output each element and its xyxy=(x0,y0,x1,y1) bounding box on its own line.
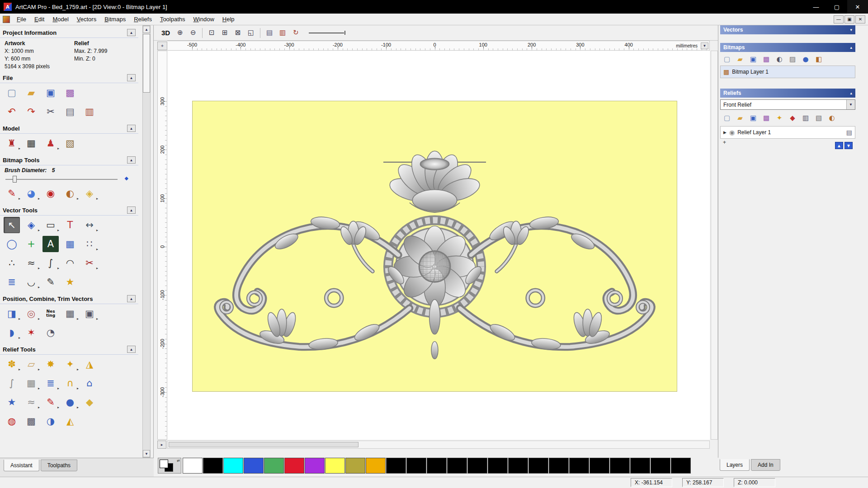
palette-swatch-3[interactable] xyxy=(244,458,264,474)
palette-swatch-24[interactable] xyxy=(671,458,691,474)
flyout-arrow-icon[interactable]: ▸ xyxy=(96,247,98,251)
paste-button[interactable]: ▥ xyxy=(81,103,98,120)
colour-reduce-button[interactable]: ● xyxy=(800,54,811,65)
dome-button[interactable]: ∩▸ xyxy=(62,375,78,391)
envelope-button[interactable]: ⌂ xyxy=(81,375,98,391)
flyout-arrow-icon[interactable]: ▸ xyxy=(38,285,40,289)
assistant-scrollbar[interactable]: ▲ ▼ xyxy=(142,25,151,458)
block-copy-button[interactable]: ▦▸ xyxy=(62,305,78,322)
open-relief-button[interactable]: ▰ xyxy=(734,113,746,123)
scrollbar-thumb[interactable] xyxy=(143,34,150,93)
palette-swatch-11[interactable] xyxy=(406,458,426,474)
node-editing-button[interactable]: ∴ xyxy=(4,255,20,271)
flyout-arrow-icon[interactable]: ▸ xyxy=(19,367,20,371)
new-relief-button[interactable]: ▢ xyxy=(721,113,733,123)
zoom-object-button[interactable]: ◱ xyxy=(245,28,257,38)
new-model-button[interactable]: ▢ xyxy=(4,84,20,101)
menu-edit[interactable]: Edit xyxy=(30,14,48,24)
bitmap-to-vector-button[interactable]: A xyxy=(42,236,59,252)
scroll-down-icon[interactable]: ▼ xyxy=(143,450,150,457)
horizontal-scrollbar[interactable] xyxy=(167,441,710,449)
vectors-header[interactable]: Vectors ▾ xyxy=(720,25,855,34)
move-layer-up-button[interactable]: ▲ xyxy=(835,142,843,149)
palette-swatch-15[interactable] xyxy=(488,458,508,474)
chevron-down-icon[interactable]: ▾ xyxy=(850,28,852,32)
create-star-button[interactable]: ★ xyxy=(62,274,78,290)
face-wizard-button[interactable]: ◑ xyxy=(42,413,59,429)
palette-swatch-17[interactable] xyxy=(528,458,548,474)
group-merge-button[interactable]: ▣▸ xyxy=(81,305,98,322)
flyout-arrow-icon[interactable]: ▸ xyxy=(19,197,20,201)
import-relief-button[interactable]: ▩ xyxy=(760,113,772,123)
brush-diameter-slider[interactable]: ◆ xyxy=(5,175,133,183)
palette-swatch-12[interactable] xyxy=(427,458,447,474)
offset-vectors-button[interactable]: ≣ xyxy=(4,274,20,290)
flyout-arrow-icon[interactable]: ▸ xyxy=(57,405,59,409)
sculpt-button[interactable]: ✸ xyxy=(42,356,59,372)
create-arc-button[interactable]: ◠ xyxy=(62,255,78,271)
bitmap-contrast-button[interactable]: ◐ xyxy=(774,54,785,65)
paste-view-button[interactable]: ▥ xyxy=(277,28,288,38)
view-3d-button[interactable]: 3D xyxy=(158,28,173,38)
relief-preview-button[interactable]: ▥ xyxy=(800,113,811,123)
smooth-relief-button[interactable]: ▱▸ xyxy=(23,356,39,372)
open-bitmap-button[interactable]: ▰ xyxy=(734,54,746,65)
move-layer-down-button[interactable]: ▼ xyxy=(844,142,853,149)
menu-vectors[interactable]: Vectors xyxy=(73,14,100,24)
flyout-arrow-icon[interactable]: ▸ xyxy=(77,405,79,409)
bitmaps-header[interactable]: Bitmaps ▴ xyxy=(720,43,855,52)
vertical-scrollbar[interactable] xyxy=(711,51,718,440)
flood-fill-button[interactable]: ◉ xyxy=(42,185,59,202)
undo-button[interactable]: ↶ xyxy=(4,103,20,120)
turn-model-button[interactable]: ◍ xyxy=(4,413,20,429)
flyout-arrow-icon[interactable]: ▸ xyxy=(57,266,59,270)
flyout-arrow-icon[interactable]: ▸ xyxy=(96,228,98,232)
flyout-arrow-icon[interactable]: ▸ xyxy=(77,386,79,390)
tab-toolpaths[interactable]: Toolpaths xyxy=(41,460,77,471)
paint-selective-button[interactable]: ◕▸ xyxy=(23,185,39,202)
scroll-up-icon[interactable]: ▲ xyxy=(143,26,150,33)
flyout-arrow-icon[interactable]: ▸ xyxy=(77,317,79,321)
flyout-arrow-icon[interactable]: ▸ xyxy=(77,367,79,371)
shape-editor-button[interactable]: ✽▸ xyxy=(4,356,20,372)
smooth-polyline-button[interactable]: ≈▸ xyxy=(23,255,39,271)
paint-relief-button[interactable]: ✎▸ xyxy=(42,394,59,410)
bitmap-greyscale-button[interactable]: ▨ xyxy=(787,54,798,65)
light-material-button[interactable]: ▦ xyxy=(23,135,39,151)
palette-swatch-2[interactable] xyxy=(223,458,243,474)
save-relief-button[interactable]: ▣ xyxy=(747,113,759,123)
model-notes-button[interactable]: ♟▸ xyxy=(42,135,59,151)
relief-layer-row[interactable]: ▶ ◉ Relief Layer 1 ▤ xyxy=(721,127,855,138)
free-draw-button[interactable]: ✎ xyxy=(42,274,59,290)
rollup-button[interactable]: ▲ xyxy=(127,156,136,164)
ruler-origin-button[interactable]: + xyxy=(157,42,167,50)
create-rectangle-button[interactable]: ▭▸ xyxy=(42,217,59,233)
relief-options-button[interactable]: ◐ xyxy=(826,113,838,123)
rollup-button[interactable]: ▲ xyxy=(127,206,136,214)
chevron-up-icon[interactable]: ▴ xyxy=(850,45,852,50)
rollup-button[interactable]: ▲ xyxy=(127,346,136,353)
tab-assistant[interactable]: Assistant xyxy=(4,460,39,471)
palette-swatch-0[interactable] xyxy=(183,458,203,474)
paint-button[interactable]: ✎▸ xyxy=(4,185,20,202)
colour-editor-button[interactable]: ◐▸ xyxy=(62,185,78,202)
bitmap-layer-row[interactable]: ▩ Bitmap Layer 1 xyxy=(721,66,855,78)
flyout-arrow-icon[interactable]: ▸ xyxy=(57,228,59,232)
swap-colours-icon[interactable]: ⇄ xyxy=(177,459,180,463)
weld-vectors-button[interactable]: ✶ xyxy=(23,324,39,341)
rollup-button[interactable]: ▲ xyxy=(127,29,136,36)
star-wizard-button[interactable]: ★ xyxy=(4,394,20,410)
chevron-up-icon[interactable]: ▴ xyxy=(850,91,852,95)
palette-swatch-18[interactable] xyxy=(549,458,569,474)
menu-help[interactable]: Help xyxy=(218,14,239,24)
offset-relief-button[interactable]: ≣▸ xyxy=(42,375,59,391)
palette-swatch-16[interactable] xyxy=(508,458,528,474)
palette-swatch-22[interactable] xyxy=(630,458,650,474)
menu-model[interactable]: Model xyxy=(48,14,72,24)
palette-swatch-8[interactable] xyxy=(345,458,365,474)
menu-file[interactable]: File xyxy=(13,14,30,24)
nesting-button[interactable]: Nes ting xyxy=(42,305,59,322)
mesh-creator-button[interactable]: ▩ xyxy=(23,413,39,429)
flyout-arrow-icon[interactable]: ▸ xyxy=(57,146,59,150)
measure-button[interactable]: ↔▸ xyxy=(81,217,98,233)
